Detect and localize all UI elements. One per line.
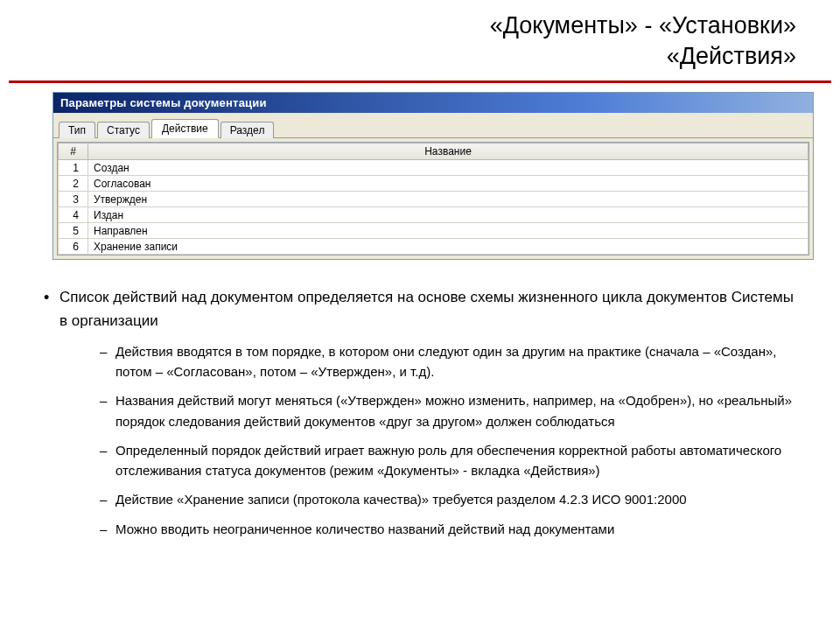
row-number: 2 <box>59 176 88 192</box>
slide-title: «Документы» - «Установки» «Действия» <box>0 0 840 77</box>
table-row[interactable]: 5Направлен <box>59 223 808 239</box>
tab-label: Статус <box>107 124 140 136</box>
row-number: 5 <box>59 223 88 239</box>
row-name: Создан <box>88 160 808 176</box>
sub-bullet-text: Действия вводятся в том порядке, в котор… <box>116 344 776 379</box>
window-title-text: Параметры системы документации <box>60 96 267 109</box>
table-row[interactable]: 2Согласован <box>59 176 808 192</box>
sub-bullet-text: Действие «Хранение записи (протокола кач… <box>116 492 687 507</box>
col-header-name[interactable]: Название <box>88 144 808 160</box>
window-titlebar: Параметры системы документации <box>53 93 813 113</box>
table-row[interactable]: 4Издан <box>59 207 808 223</box>
row-name: Хранение записи <box>88 239 808 255</box>
col-header-number[interactable]: # <box>59 144 88 160</box>
sub-bullet: Действия вводятся в том порядке, в котор… <box>100 341 796 382</box>
bullet-main: Список действий над документом определяе… <box>44 286 796 539</box>
actions-table: # Название 1Создан 2Согласован 3Утвержде… <box>58 143 808 255</box>
sub-bullet: Определенный порядок действий играет важ… <box>100 440 796 481</box>
row-name: Направлен <box>88 223 808 239</box>
settings-window: Параметры системы документации Тип Стату… <box>52 92 814 260</box>
row-number: 3 <box>59 192 88 207</box>
actions-grid: # Название 1Создан 2Согласован 3Утвержде… <box>57 142 809 256</box>
table-row[interactable]: 3Утвержден <box>59 192 808 207</box>
slide-title-line2: «Действия» <box>0 41 796 72</box>
sub-bullet: Действие «Хранение записи (протокола кач… <box>100 489 796 509</box>
title-underline <box>9 80 831 83</box>
tab-status[interactable]: Статус <box>97 122 150 138</box>
tab-label: Тип <box>68 124 86 136</box>
row-name: Издан <box>88 207 808 223</box>
tab-label: Действие <box>162 122 208 135</box>
row-name: Утвержден <box>88 192 808 207</box>
row-number: 1 <box>59 160 88 176</box>
tab-section[interactable]: Раздел <box>220 122 275 138</box>
row-number: 6 <box>59 239 88 255</box>
sub-bullet-text: Определенный порядок действий играет важ… <box>116 443 781 478</box>
tab-bar: Тип Статус Действие Раздел <box>53 113 813 138</box>
slide-body: Список действий над документом определяе… <box>0 260 840 539</box>
slide-title-line1: «Документы» - «Установки» <box>490 12 796 38</box>
row-number: 4 <box>59 207 88 223</box>
sub-bullet-text: Можно вводить неограниченное количество … <box>116 522 614 536</box>
sub-bullet: Можно вводить неограниченное количество … <box>100 519 796 539</box>
sub-bullet-text: Названия действий могут меняться («Утвер… <box>116 393 792 428</box>
tab-label: Раздел <box>230 124 265 136</box>
tab-type[interactable]: Тип <box>59 122 95 138</box>
sub-bullet: Названия действий могут меняться («Утвер… <box>100 390 796 431</box>
tab-action[interactable]: Действие <box>151 119 219 138</box>
table-row[interactable]: 1Создан <box>59 160 808 176</box>
row-name: Согласован <box>88 176 808 192</box>
table-row[interactable]: 6Хранение записи <box>59 239 808 255</box>
bullet-text: Список действий над документом определяе… <box>60 289 794 328</box>
